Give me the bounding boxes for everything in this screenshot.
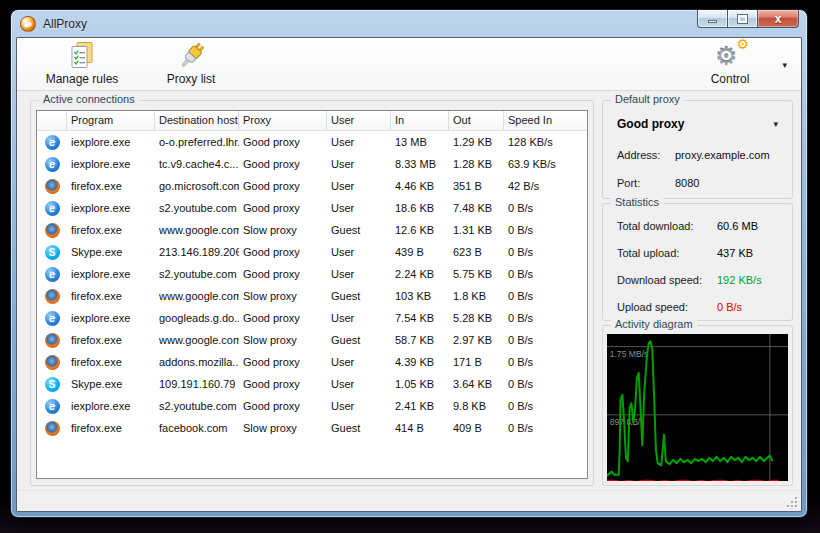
ie-program-icon: e: [45, 267, 60, 282]
column-header-program[interactable]: Program: [67, 111, 155, 130]
maximize-icon: [738, 15, 747, 23]
connection-row[interactable]: firefox.exewww.google.comSlow proxyGuest…: [37, 285, 587, 307]
cell-proxy: Slow proxy: [239, 422, 327, 434]
firefox-program-icon: [45, 355, 60, 370]
active-connections-label: Active connections: [39, 93, 139, 105]
manage-rules-button[interactable]: Manage rules: [39, 41, 125, 89]
cell-out: 5.75 KB: [449, 268, 504, 280]
cell-in: 13 MB: [391, 136, 449, 148]
cell-speed: 0 B/s: [504, 246, 588, 258]
connection-row[interactable]: firefox.exego.microsoft.comGood proxyUse…: [37, 175, 587, 197]
proxy-port-row: Port: 8080: [617, 177, 784, 189]
cell-in: 8.33 MB: [391, 158, 449, 170]
port-label: Port:: [617, 177, 675, 189]
connection-row[interactable]: firefox.exewww.google.comSlow proxyGuest…: [37, 219, 587, 241]
cell-host: o-o.preferred.lhr...: [155, 136, 239, 148]
column-header-proxy[interactable]: Proxy: [239, 111, 327, 130]
cell-user: User: [327, 312, 391, 324]
selected-proxy-name: Good proxy: [617, 117, 684, 131]
proxy-list-button[interactable]: Proxy list: [148, 41, 234, 89]
maximize-button[interactable]: [727, 10, 757, 28]
control-icon: ⚙ ⚙: [715, 41, 745, 71]
cell-speed: 0 B/s: [504, 378, 588, 390]
cell-program: iexplore.exe: [67, 400, 155, 412]
column-header-user[interactable]: User: [327, 111, 391, 130]
connection-row[interactable]: SSkype.exe213.146.189.206Good proxyUser4…: [37, 241, 587, 263]
upload-speed-row: Upload speed: 0 B/s: [617, 301, 784, 313]
cell-proxy: Good proxy: [239, 158, 327, 170]
manage-rules-label: Manage rules: [46, 72, 119, 86]
connection-row[interactable]: firefox.exefacebook.comSlow proxyGuest41…: [37, 417, 587, 439]
connection-row[interactable]: eiexplore.exegoogleads.g.do...Good proxy…: [37, 307, 587, 329]
cell-user: User: [327, 400, 391, 412]
cell-speed: 63.9 KB/s: [504, 158, 588, 170]
column-header-destination-host[interactable]: Destination host: [155, 111, 239, 130]
cell-program: iexplore.exe: [67, 136, 155, 148]
cell-program: firefox.exe: [67, 224, 155, 236]
desktop-background: AllProxy x: [0, 0, 820, 533]
cell-host: www.google.com: [155, 290, 239, 302]
cell-in: 103 KB: [391, 290, 449, 302]
table-header[interactable]: ProgramDestination hostProxyUserInOutSpe…: [37, 111, 587, 131]
ie-program-icon: e: [45, 157, 60, 172]
cell-user: User: [327, 356, 391, 368]
cell-speed: 0 B/s: [504, 356, 588, 368]
active-connections-group: Active connections ProgramDestination ho…: [30, 100, 594, 486]
column-header-icon[interactable]: [37, 111, 67, 130]
default-proxy-select[interactable]: Good proxy ▾: [617, 115, 778, 133]
total-upload-value: 437 KB: [717, 247, 753, 259]
skype-program-icon: S: [45, 245, 60, 260]
minimize-icon: [708, 20, 717, 23]
manage-rules-icon: [67, 41, 97, 71]
table-body: eiexplore.exeo-o.preferred.lhr...Good pr…: [37, 131, 587, 439]
status-bar: [17, 490, 801, 511]
cell-user: User: [327, 180, 391, 192]
connections-table[interactable]: ProgramDestination hostProxyUserInOutSpe…: [36, 110, 588, 479]
cell-host: www.google.com: [155, 224, 239, 236]
cell-out: 1.28 KB: [449, 158, 504, 170]
column-header-out[interactable]: Out: [449, 111, 504, 130]
window-controls: x: [697, 10, 799, 28]
cell-host: www.google.com: [155, 334, 239, 346]
cell-out: 351 B: [449, 180, 504, 192]
connection-row[interactable]: eiexplore.exes2.youtube.comGood proxyUse…: [37, 263, 587, 285]
port-value: 8080: [675, 177, 699, 189]
cell-speed: 0 B/s: [504, 400, 588, 412]
right-panel: Default proxy Good proxy ▾ Address: prox…: [602, 100, 793, 486]
resize-grip[interactable]: [786, 496, 797, 507]
connection-row[interactable]: SSkype.exe109.191.160.79Good proxyUser1.…: [37, 373, 587, 395]
column-header-speed-in[interactable]: Speed In: [504, 111, 588, 130]
app-icon: [20, 16, 36, 32]
close-button[interactable]: x: [757, 10, 799, 28]
connection-row[interactable]: eiexplore.exes2.youtube.comGood proxyUse…: [37, 197, 587, 219]
connection-row[interactable]: eiexplore.exeo-o.preferred.lhr...Good pr…: [37, 131, 587, 153]
cell-proxy: Good proxy: [239, 356, 327, 368]
cell-in: 439 B: [391, 246, 449, 258]
small-gear-icon: ⚙: [736, 37, 749, 51]
svg-text:897 KB/s: 897 KB/s: [610, 417, 645, 428]
cell-speed: 0 B/s: [504, 224, 588, 236]
connection-row[interactable]: firefox.exewww.google.comSlow proxyGuest…: [37, 329, 587, 351]
cell-host: s2.youtube.com: [155, 268, 239, 280]
cell-program: firefox.exe: [67, 422, 155, 434]
minimize-button[interactable]: [697, 10, 727, 28]
cell-in: 2.24 KB: [391, 268, 449, 280]
cell-proxy: Good proxy: [239, 246, 327, 258]
connection-row[interactable]: eiexplore.exetc.v9.cache4.c....Good prox…: [37, 153, 587, 175]
total-upload-label: Total upload:: [617, 247, 717, 259]
proxy-list-label: Proxy list: [167, 72, 216, 86]
connection-row[interactable]: eiexplore.exes2.youtube.comGood proxyUse…: [37, 395, 587, 417]
connection-row[interactable]: firefox.exeaddons.mozilla....Good proxyU…: [37, 351, 587, 373]
total-download-label: Total download:: [617, 220, 717, 232]
firefox-program-icon: [45, 421, 60, 436]
proxy-address-row: Address: proxy.example.com: [617, 149, 784, 161]
statistics-group: Statistics Total download: 60.6 MB Total…: [602, 203, 793, 321]
total-download-row: Total download: 60.6 MB: [617, 220, 784, 232]
cell-program: Skype.exe: [67, 378, 155, 390]
cell-program: firefox.exe: [67, 356, 155, 368]
column-header-in[interactable]: In: [391, 111, 449, 130]
titlebar[interactable]: AllProxy x: [11, 10, 807, 37]
control-dropdown-arrow[interactable]: ▾: [782, 60, 787, 70]
control-button[interactable]: ⚙ ⚙ Control: [687, 41, 773, 89]
cell-out: 1.8 KB: [449, 290, 504, 302]
